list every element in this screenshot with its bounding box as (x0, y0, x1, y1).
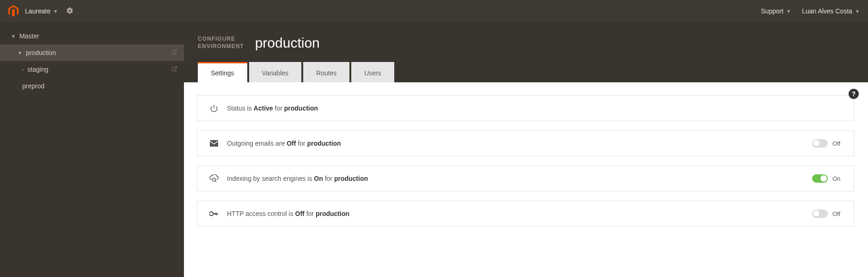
caret-down-icon: ▼ (855, 9, 860, 14)
svg-rect-9 (215, 213, 216, 215)
help-icon[interactable]: ? (849, 89, 859, 99)
support-label: Support (761, 7, 783, 15)
topbar: Laureate ▼ Support ▼ Luan Alves Costa ▼ (0, 0, 868, 22)
user-menu[interactable]: Luan Alves Costa ▼ (802, 7, 860, 15)
power-icon (208, 104, 220, 112)
indexing-panel: Indexing by search engines is On for pro… (197, 166, 854, 191)
sidebar-item-label: preprod (22, 82, 44, 90)
emails-panel: Outgoing emails are Off for production O… (197, 130, 854, 156)
svg-line-1 (174, 67, 177, 69)
sidebar-item-label: Master (19, 32, 39, 40)
svg-line-0 (174, 50, 177, 53)
magento-logo-icon[interactable] (8, 5, 18, 17)
support-menu[interactable]: Support ▼ (761, 7, 791, 15)
main-content: CONFIGURE ENVIRONMENT production Setting… (184, 22, 868, 277)
user-name: Luan Alves Costa (802, 7, 852, 15)
gear-icon[interactable] (66, 7, 73, 16)
svg-rect-8 (216, 213, 217, 215)
emails-toggle[interactable] (812, 139, 828, 148)
svg-point-4 (213, 178, 216, 181)
tabs: Settings Variables Routes Users (198, 62, 868, 82)
status-panel: Status is Active for production (197, 95, 854, 121)
svg-line-5 (215, 181, 217, 182)
http-toggle[interactable] (812, 209, 828, 218)
mail-icon (208, 140, 220, 147)
status-text: Status is Active for production (227, 105, 844, 112)
sidebar-item-master[interactable]: ▼ Master (0, 28, 184, 44)
sidebar-item-label: production (26, 49, 56, 56)
project-selector[interactable]: Laureate ▼ (25, 7, 58, 15)
chevron-down-icon: ▼ (11, 34, 16, 39)
external-link-icon[interactable] (171, 66, 177, 73)
cloud-search-icon (208, 174, 220, 183)
sidebar-item-preprod[interactable]: preprod (0, 78, 184, 94)
emails-text: Outgoing emails are Off for production (227, 140, 812, 147)
http-panel: HTTP access control is Off for productio… (197, 201, 854, 227)
tab-routes[interactable]: Routes (303, 62, 349, 82)
sidebar-item-staging[interactable]: › staging (0, 61, 184, 78)
external-link-icon[interactable] (171, 49, 177, 56)
settings-content: ? Status is Active for production Outgoi… (184, 82, 868, 277)
caret-down-icon: ▼ (786, 9, 791, 14)
tab-settings[interactable]: Settings (198, 62, 247, 82)
sidebar-item-label: staging (27, 66, 48, 73)
emails-toggle-label: Off (832, 140, 844, 147)
tab-users[interactable]: Users (351, 62, 394, 82)
http-text: HTTP access control is Off for productio… (227, 210, 812, 217)
sidebar-item-production[interactable]: ▼ production (0, 44, 184, 61)
main-header: CONFIGURE ENVIRONMENT production Setting… (184, 22, 868, 82)
svg-rect-3 (210, 140, 218, 147)
caret-down-icon: ▼ (53, 9, 58, 14)
indexing-text: Indexing by search engines is On for pro… (227, 175, 812, 182)
chevron-right-icon: › (22, 67, 24, 72)
key-icon (208, 210, 220, 217)
http-toggle-label: Off (832, 210, 844, 217)
project-name: Laureate (25, 7, 50, 15)
svg-point-6 (209, 212, 213, 215)
tab-variables[interactable]: Variables (249, 62, 301, 82)
chevron-down-icon: ▼ (18, 50, 22, 55)
indexing-toggle-label: On (832, 175, 844, 182)
pretitle: CONFIGURE ENVIRONMENT (198, 36, 244, 50)
indexing-toggle[interactable] (812, 174, 828, 183)
environment-sidebar: ▼ Master ▼ production › staging preprod (0, 22, 184, 277)
page-title: production (255, 35, 320, 51)
